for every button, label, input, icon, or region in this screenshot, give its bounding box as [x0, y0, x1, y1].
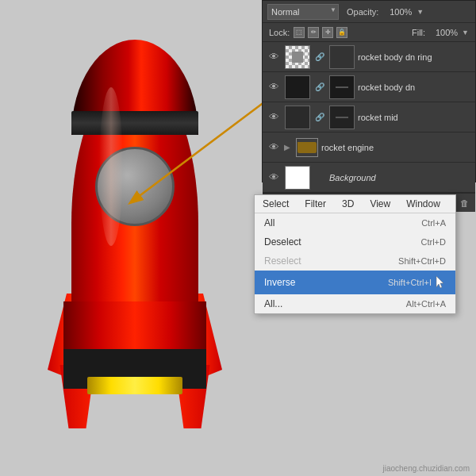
menu-item-inverse[interactable]: Inverse Shift+Ctrl+I — [255, 271, 455, 294]
menu-item-reselect[interactable]: Reselect Shift+Ctrl+D — [255, 251, 455, 271]
layers-panel: NormalDissolveMultiplyScreenOverlay Opac… — [262, 0, 476, 182]
menu-bar-view[interactable]: View — [362, 195, 398, 213]
menu-item-all-label: All — [264, 217, 274, 228]
layer-name-rocket-body-dn-ring: rocket body dn ring — [358, 52, 472, 62]
lock-transparent-icon[interactable]: ⬚ — [294, 27, 305, 38]
rocket-engine-glow — [87, 377, 182, 394]
fill-value: 100% — [429, 28, 458, 37]
blend-mode-wrapper[interactable]: NormalDissolveMultiplyScreenOverlay — [267, 4, 339, 20]
opacity-value: 100% — [383, 7, 412, 17]
menu-item-deselect[interactable]: Deselect Ctrl+D — [255, 232, 455, 251]
layer-item-rocket-mid[interactable]: 👁 🔗 rocket mid — [263, 102, 475, 132]
cursor-icon — [435, 274, 446, 290]
trash-bottom-icon[interactable]: 🗑 — [458, 197, 470, 209]
layer-link-icon-2[interactable]: 🔗 — [313, 81, 326, 94]
layer-visibility-icon-4[interactable]: 👁 — [266, 140, 282, 155]
menu-item-all-shortcut: Ctrl+A — [421, 218, 446, 228]
menu-bar-window[interactable]: Window — [398, 195, 448, 213]
layer-item-background[interactable]: 👁 Background — [263, 163, 475, 193]
layer-name-background: Background — [329, 173, 472, 182]
layer-thumb-background — [285, 166, 310, 190]
layer-visibility-icon-2[interactable]: 👁 — [266, 79, 282, 95]
fill-label: Fill: — [412, 28, 425, 37]
layer-thumb-rocket-mid — [285, 106, 310, 129]
layer-thumb-folder — [296, 138, 318, 157]
menu-item-inverse-label: Inverse — [264, 277, 295, 288]
layer-visibility-icon[interactable]: 👁 — [266, 49, 282, 65]
layer-name-rocket-body-dn: rocket body dn — [358, 83, 472, 92]
watermark: jiaocheng.chuzidian.com — [382, 464, 470, 473]
menu-item-all[interactable]: All Ctrl+A — [255, 213, 455, 232]
menu-bar-filter[interactable]: Filter — [297, 195, 334, 213]
rocket-ring — [71, 111, 198, 135]
fill-arrow[interactable]: ▼ — [462, 29, 469, 36]
opacity-arrow[interactable]: ▼ — [416, 8, 424, 16]
lock-icons: ⬚ ✏ ✛ 🔒 — [294, 27, 347, 38]
layer-link-icon[interactable]: 🔗 — [313, 51, 326, 63]
rocket-highlight — [99, 87, 123, 246]
layer-thumb2-rocket-body-dn — [329, 75, 355, 99]
menu-item-deselect-shortcut: Ctrl+D — [421, 237, 446, 247]
menu-bar-select[interactable]: Select — [255, 195, 297, 213]
lock-all-icon[interactable]: 🔒 — [336, 27, 347, 38]
layer-name-rocket-mid: rocket mid — [358, 113, 472, 122]
lock-paint-icon[interactable]: ✏ — [308, 27, 319, 38]
lock-position-icon[interactable]: ✛ — [322, 27, 333, 38]
menu-item-deselect-label: Deselect — [264, 236, 301, 248]
lock-label: Lock: — [269, 28, 290, 37]
layer-visibility-icon-3[interactable]: 👁 — [266, 109, 282, 125]
layers-toolbar: NormalDissolveMultiplyScreenOverlay Opac… — [263, 1, 475, 23]
layers-lock-row: Lock: ⬚ ✏ ✛ 🔒 Fill: 100% ▼ — [263, 23, 475, 42]
layer-thumb-rocket-body-dn — [285, 75, 310, 99]
rocket-illustration — [48, 24, 222, 452]
menu-item-all2-shortcut: Alt+Ctrl+A — [406, 299, 446, 309]
layer-link-icon-3[interactable]: 🔗 — [313, 111, 326, 124]
expand-icon[interactable]: ▶ — [282, 142, 293, 153]
layer-thumb2-rocket-body-dn-ring — [329, 45, 355, 69]
menu-item-inverse-shortcut: Shift+Ctrl+I — [388, 278, 432, 287]
canvas: NormalDissolveMultiplyScreenOverlay Opac… — [0, 0, 476, 476]
layer-visibility-icon-5[interactable]: 👁 — [266, 170, 282, 186]
menu-item-all2[interactable]: All... Alt+Ctrl+A — [255, 294, 455, 313]
context-menu: Select Filter 3D View Window All Ctrl+A … — [254, 194, 456, 314]
context-menu-bar: Select Filter 3D View Window — [255, 195, 455, 213]
menu-bar-3d[interactable]: 3D — [334, 195, 362, 213]
opacity-label: Opacity: — [347, 7, 378, 17]
blend-mode-select[interactable]: NormalDissolveMultiplyScreenOverlay — [267, 4, 339, 20]
menu-item-reselect-label: Reselect — [264, 255, 301, 267]
layer-thumb2-rocket-mid — [329, 106, 355, 129]
layer-thumb-rocket-body-dn-ring — [285, 45, 310, 69]
layer-item-rocket-engine[interactable]: 👁 ▶ rocket engine — [263, 132, 475, 163]
layer-name-rocket-engine: rocket engine — [321, 143, 472, 152]
layer-item-rocket-body-dn[interactable]: 👁 🔗 rocket body dn — [263, 72, 475, 102]
menu-item-all2-label: All... — [264, 298, 282, 309]
menu-item-reselect-shortcut: Shift+Ctrl+D — [398, 256, 446, 266]
layer-item-rocket-body-dn-ring[interactable]: 👁 🔗 rocket body dn ring — [263, 42, 475, 72]
